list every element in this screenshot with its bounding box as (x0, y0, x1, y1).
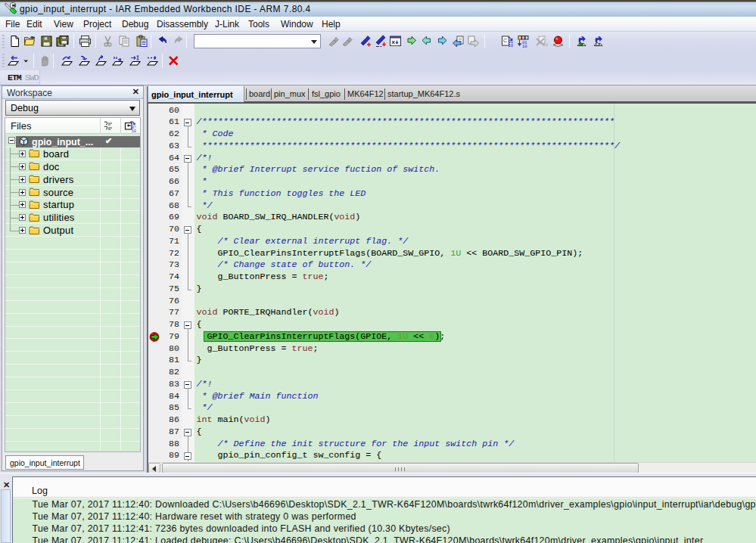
svg-text:10: 10 (509, 43, 514, 48)
svg-text:ib: ib (543, 42, 548, 48)
svg-text:10: 10 (522, 44, 527, 48)
svg-text:C: C (503, 38, 507, 43)
svg-text:10: 10 (132, 129, 136, 133)
